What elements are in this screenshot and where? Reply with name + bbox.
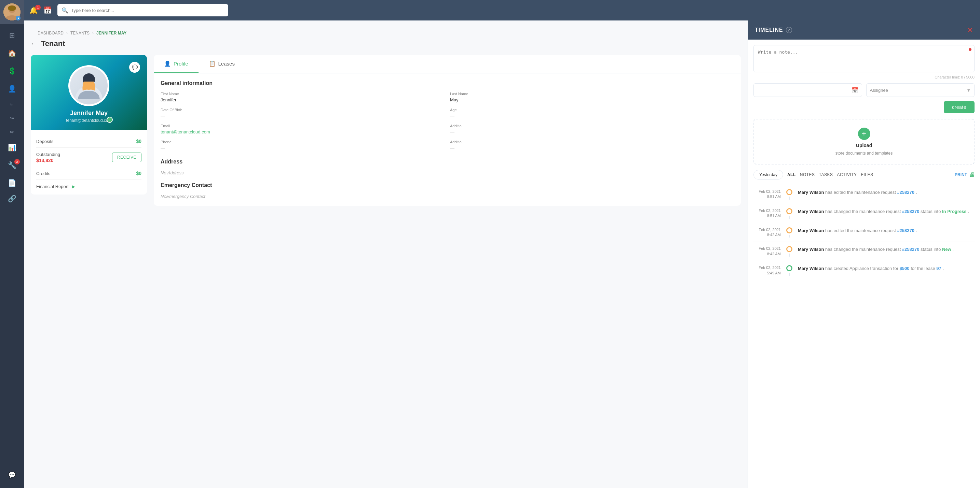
- sidebar-item-maintenance[interactable]: 🔧 2: [0, 156, 24, 174]
- tenant-avatar-inner: [70, 67, 108, 105]
- profile-tab-label: Profile: [173, 61, 188, 67]
- breadcrumb: DASHBOARD › TENANTS › JENNIFER MAY: [31, 27, 741, 39]
- event-dot-wrap: [786, 189, 792, 200]
- notifications-badge: 1: [35, 5, 41, 10]
- sidebar-item-tn[interactable]: tn: [0, 98, 24, 111]
- no-address: No Address: [161, 170, 734, 176]
- note-textarea[interactable]: [758, 49, 970, 67]
- sidebar-item-links[interactable]: 🔗: [0, 192, 24, 209]
- timeline-close-button[interactable]: ✕: [967, 26, 973, 34]
- tenant-layout: 💬: [31, 55, 741, 206]
- timeline-event: Feb 02, 2021 5:49 AM Mary Wilson has cre…: [754, 261, 975, 280]
- sidebar-item-support[interactable]: 💬: [0, 466, 24, 484]
- sidebar-item-payments[interactable]: 💲: [0, 62, 24, 80]
- links-icon: 🔗: [8, 195, 16, 203]
- sidebar-item-reports[interactable]: 📊: [0, 139, 24, 156]
- event-time: Feb 02, 2021 8:42 AM: [754, 227, 781, 238]
- age-label: Age: [450, 108, 734, 112]
- filter-activity[interactable]: ACTIVITY: [837, 172, 857, 177]
- credits-value: $0: [136, 171, 142, 176]
- assignee-select-wrap[interactable]: Assignee ▼: [866, 83, 975, 97]
- phone-value: —: [161, 146, 445, 151]
- breadcrumb-dashboard[interactable]: DASHBOARD: [38, 31, 64, 35]
- home-icon: 🏠: [8, 49, 16, 57]
- emergency-section: Emergency Contact NoEmergency Contact: [161, 182, 734, 199]
- calendar-icon[interactable]: 📅: [43, 6, 52, 14]
- sidebar-item-tenants[interactable]: 👤: [0, 80, 24, 98]
- additional-phone-value: —: [450, 146, 734, 151]
- tenant-email: tenant@tenantcloud.com: [66, 118, 112, 123]
- page-title: Tenant: [41, 39, 65, 48]
- timeline-help-icon[interactable]: ?: [786, 27, 792, 33]
- no-emergency: NoEmergency Contact: [161, 194, 734, 199]
- age-value: —: [450, 113, 734, 119]
- event-line: [789, 215, 790, 219]
- note-required-dot: [969, 48, 972, 51]
- search-input[interactable]: [71, 8, 224, 13]
- sidebar-item-docs[interactable]: 📄: [0, 174, 24, 192]
- printer-icon: 🖨: [969, 172, 975, 178]
- event-text: Mary Wilson has edited the maintenance r…: [798, 189, 975, 200]
- receive-button[interactable]: receive: [112, 152, 142, 162]
- notifications-icon[interactable]: 🔔 1: [29, 6, 38, 14]
- financial-report[interactable]: Financial Report ▶: [36, 184, 142, 189]
- additional-email-value: —: [450, 129, 734, 135]
- tenant-profile-header: 💬: [31, 55, 147, 130]
- breadcrumb-tenants[interactable]: TENANTS: [70, 31, 89, 35]
- outstanding-label: Outstanding: [36, 152, 60, 157]
- search-icon: 🔍: [62, 7, 68, 14]
- event-text: Mary Wilson has created Appliance transa…: [798, 265, 975, 276]
- timeline-body: Character limit: 0 / 5000 📅 Assignee ▼ c…: [748, 40, 980, 488]
- filter-notes[interactable]: NOTES: [800, 172, 815, 177]
- content-area: DASHBOARD › TENANTS › JENNIFER MAY ← Ten…: [24, 21, 980, 488]
- create-button[interactable]: create: [944, 101, 975, 113]
- upload-plus-icon: +: [858, 128, 870, 140]
- tab-leases[interactable]: 📋 Leases: [199, 55, 245, 73]
- date-input-wrap[interactable]: 📅: [754, 83, 862, 97]
- upload-area[interactable]: + Upload store documents and templates: [754, 119, 975, 165]
- tenant-stats: Deposits $0 Outstanding $13,820 receive …: [31, 130, 147, 195]
- calendar-picker-icon[interactable]: 📅: [851, 87, 858, 93]
- payments-icon: 💲: [8, 67, 16, 75]
- event-dot-yellow: [786, 246, 792, 252]
- sidebar-navigation: ⊞ 🏠 💲 👤 tn ow sp 📊 🔧 2 📄 🔗: [0, 24, 24, 466]
- filter-files[interactable]: FILES: [861, 172, 873, 177]
- additional-phone-label: Additio...: [450, 140, 734, 144]
- tenant-right-panel: 👤 Profile 📋 Leases General information: [154, 55, 741, 206]
- chat-icon[interactable]: 💬: [129, 62, 140, 73]
- print-label: PRINT: [955, 172, 967, 177]
- leases-tab-icon: 📋: [209, 60, 216, 67]
- dob-label: Date Of Birth: [161, 108, 445, 112]
- filter-all[interactable]: ALL: [787, 172, 796, 177]
- event-dot-wrap: [786, 246, 792, 257]
- event-text: Mary Wilson has changed the maintenance …: [798, 208, 975, 219]
- first-name-field: First Name Jennifer: [161, 92, 445, 102]
- sidebar-item-home[interactable]: 🏠: [0, 44, 24, 62]
- user-avatar[interactable]: ★: [0, 0, 24, 24]
- date-input[interactable]: [757, 88, 851, 93]
- print-button[interactable]: PRINT 🖨: [955, 172, 975, 178]
- phone-label: Phone: [161, 140, 445, 144]
- outstanding-row: Outstanding $13,820 receive: [36, 148, 142, 167]
- assignee-placeholder: Assignee: [870, 88, 888, 93]
- event-text: Mary Wilson has edited the maintenance r…: [798, 227, 975, 238]
- topbar: 🔔 1 📅 🔍: [24, 0, 980, 21]
- event-time: Feb 02, 2021 8:51 AM: [754, 208, 781, 219]
- filter-tasks[interactable]: TASKS: [819, 172, 833, 177]
- filter-yesterday[interactable]: Yesterday: [754, 170, 783, 179]
- general-info-grid: First Name Jennifer Last Name May Date O…: [161, 92, 734, 151]
- tenant-avatar: [68, 65, 109, 106]
- tab-profile[interactable]: 👤 Profile: [154, 55, 199, 73]
- sidebar-item-ow[interactable]: ow: [0, 111, 24, 125]
- timeline-events: Feb 02, 2021 8:51 AM Mary Wilson has edi…: [754, 185, 975, 280]
- sidebar-item-apps[interactable]: ⊞: [0, 27, 24, 44]
- apps-icon: ⊞: [9, 32, 15, 40]
- additional-email-label: Additio...: [450, 124, 734, 128]
- breadcrumb-sep2: ›: [92, 31, 94, 35]
- timeline-event: Feb 02, 2021 8:51 AM Mary Wilson has cha…: [754, 204, 975, 223]
- timeline-form-row: 📅 Assignee ▼: [754, 83, 975, 97]
- last-name-label: Last Name: [450, 92, 734, 96]
- event-line: [789, 254, 790, 257]
- sidebar-item-sp[interactable]: sp: [0, 125, 24, 139]
- back-button[interactable]: ←: [31, 40, 37, 48]
